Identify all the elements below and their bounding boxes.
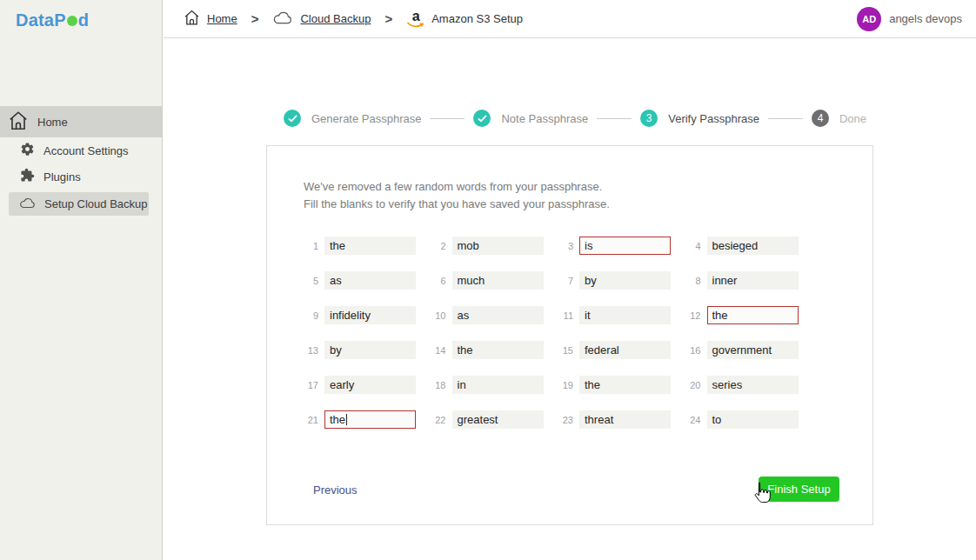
verify-passphrase-card: We've removed a few random words from yo… [266, 145, 873, 525]
word-number: 7 [551, 276, 573, 286]
home-icon [183, 9, 201, 30]
word-number: 15 [551, 345, 573, 356]
word-input-22[interactable]: greatest [452, 410, 544, 429]
check-icon [284, 110, 301, 127]
word-number: 23 [551, 415, 573, 425]
step-connector [430, 118, 465, 119]
word-input-18[interactable]: in [452, 376, 544, 394]
user-menu[interactable]: AD angels devops [857, 7, 962, 31]
word-input-6[interactable]: much [452, 271, 544, 290]
sidebar: DataPd Home Account Settings [0, 0, 163, 560]
word-input-2[interactable]: mob [452, 237, 544, 255]
word-number: 13 [296, 345, 318, 356]
step-verify-passphrase: 3 Verify Passphrase [640, 110, 759, 127]
word-cell: 16 government [679, 341, 806, 359]
word-input-13[interactable]: by [324, 341, 416, 359]
avatar[interactable]: AD [857, 7, 881, 31]
step-label: Note Passphrase [501, 112, 588, 125]
word-cell: 22 greatest [424, 410, 552, 429]
app-logo: DataPd [16, 10, 89, 30]
word-input-21[interactable]: the [324, 410, 416, 429]
cloud-icon [19, 197, 37, 211]
word-input-4[interactable]: besieged [707, 237, 799, 255]
word-cell: 24 to [679, 410, 806, 429]
sidebar-item-label: Account Settings [43, 144, 129, 157]
word-number: 11 [551, 310, 573, 321]
sidebar-nav: Home Account Settings Plugins [0, 106, 162, 216]
word-cell: 20 series [679, 376, 806, 394]
word-input-12[interactable]: the [707, 306, 799, 324]
topbar: Home > Cloud Backup > a Amazon S3 Setup … [164, 0, 976, 38]
word-cell: 9 infidelity [296, 306, 424, 324]
sidebar-item-label: Setup Cloud Backup [44, 197, 148, 210]
word-input-19[interactable]: the [579, 376, 671, 394]
breadcrumb: Home > Cloud Backup > a Amazon S3 Setup [183, 9, 523, 30]
word-number: 3 [551, 241, 573, 251]
sidebar-item-account-settings[interactable]: Account Settings [0, 137, 162, 163]
word-cell: 3 is [551, 237, 679, 255]
sidebar-item-plugins[interactable]: Plugins [0, 163, 162, 190]
word-input-16[interactable]: government [707, 341, 799, 359]
word-cell: 21 the [296, 410, 424, 429]
word-cell: 14 the [424, 341, 552, 359]
previous-button[interactable]: Previous [313, 483, 358, 497]
step-connector [597, 118, 632, 119]
word-input-20[interactable]: series [707, 376, 799, 394]
sidebar-item-setup-cloud-backup[interactable]: Setup Cloud Backup [9, 192, 149, 216]
sidebar-item-label: Home [37, 116, 68, 129]
word-input-24[interactable]: to [707, 410, 799, 429]
word-cell: 10 as [424, 306, 552, 324]
word-number: 8 [679, 276, 701, 286]
logo-text-prefix: DataP [16, 10, 66, 30]
logo-text-suffix: d [78, 10, 89, 30]
check-icon [473, 110, 491, 127]
word-number: 5 [296, 276, 318, 286]
step-note-passphrase: Note Passphrase [473, 110, 588, 127]
gear-icon [20, 142, 35, 159]
word-input-9[interactable]: infidelity [324, 306, 416, 324]
word-input-23[interactable]: threat [579, 410, 671, 429]
step-label: Done [839, 112, 866, 125]
home-icon [7, 110, 30, 135]
word-number: 14 [424, 345, 446, 356]
breadcrumb-link-home[interactable]: Home [207, 12, 237, 25]
word-cell: 12 the [679, 306, 806, 324]
word-grid: 1 the 2 mob 3 is 4 besieged 5 as 6 much … [296, 237, 806, 429]
word-number: 4 [679, 241, 701, 251]
word-number: 21 [296, 415, 318, 425]
word-cell: 19 the [551, 376, 679, 394]
word-input-11[interactable]: it [579, 306, 671, 324]
word-number: 16 [679, 345, 701, 356]
word-input-7[interactable]: by [579, 271, 671, 290]
word-cell: 7 by [551, 271, 679, 290]
word-number: 19 [551, 380, 573, 390]
finish-setup-button[interactable]: Finish Setup [759, 477, 839, 502]
cloud-icon [272, 11, 294, 27]
word-input-3[interactable]: is [579, 237, 671, 255]
word-input-1[interactable]: the [324, 237, 416, 255]
word-input-17[interactable]: early [324, 376, 416, 394]
chevron-separator-icon: > [384, 11, 392, 26]
text-caret [346, 414, 347, 425]
word-input-10[interactable]: as [452, 306, 544, 324]
word-cell: 18 in [424, 376, 552, 394]
word-input-5[interactable]: as [324, 271, 416, 290]
word-cell: 1 the [296, 237, 424, 255]
word-number: 6 [424, 276, 446, 286]
step-generate-passphrase: Generate Passphrase [284, 110, 421, 127]
sidebar-item-home[interactable]: Home [0, 106, 162, 137]
word-number: 10 [424, 310, 446, 321]
breadcrumb-link-cloud-backup[interactable]: Cloud Backup [300, 12, 371, 25]
step-label: Verify Passphrase [668, 112, 759, 125]
word-cell: 17 early [296, 376, 424, 394]
word-input-15[interactable]: federal [579, 341, 671, 359]
word-cell: 23 threat [551, 410, 679, 429]
word-input-14[interactable]: the [452, 341, 544, 359]
word-cell: 6 much [424, 271, 552, 290]
word-number: 22 [424, 415, 446, 425]
word-number: 2 [424, 241, 446, 251]
step-done: 4 Done [812, 110, 866, 127]
word-cell: 8 inner [679, 271, 806, 290]
word-input-8[interactable]: inner [707, 271, 799, 290]
instruction-line: Fill the blanks to verify that you have … [304, 196, 610, 213]
